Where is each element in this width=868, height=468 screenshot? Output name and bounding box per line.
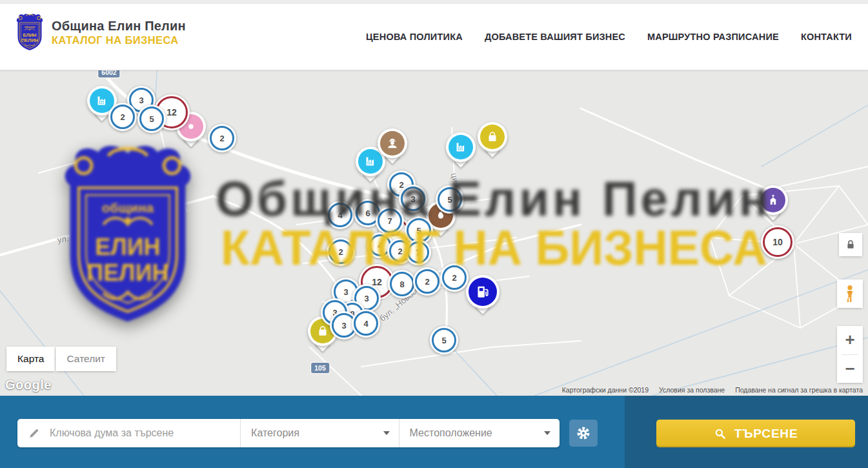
map-cluster[interactable]: 2 [440, 263, 469, 292]
brand-subtitle: КАТАЛОГ НА БИЗНЕСА [52, 34, 186, 46]
nav-item-pricing[interactable]: ЦЕНОВА ПОЛИТИКА [366, 32, 463, 42]
map-cluster[interactable]: 3 [399, 185, 427, 213]
main-nav: ЦЕНОВА ПОЛИТИКА ДОБАВЕТЕ ВАШИЯТ БИЗНЕС М… [366, 4, 852, 70]
map-type-satellite-button[interactable]: Сателит [56, 347, 116, 371]
street-view-pegman[interactable] [837, 280, 863, 308]
search-button[interactable]: ТЪРСЕНЕ [656, 420, 855, 447]
zoom-in-button[interactable]: + [837, 326, 863, 354]
brand[interactable]: Община Елин Пелин КАТАЛОГ НА БИЗНЕСА [14, 13, 186, 52]
gear-icon [576, 425, 591, 441]
zoom-control: + − [837, 326, 863, 383]
map-canvas[interactable]: ул. Преславбул. „Новоселции"6002105 3212… [0, 70, 868, 396]
search-bar: Категория Местоположение ТЪРСЕНЕ [0, 396, 868, 468]
lock-control[interactable] [839, 233, 862, 256]
map-cluster[interactable]: 4 [352, 309, 380, 338]
search-icon [714, 427, 727, 440]
search-fields: Категория Местоположение [17, 419, 560, 447]
map-cluster[interactable]: 2 [208, 124, 236, 152]
terms-link[interactable]: Условия за ползване [659, 386, 725, 394]
app: Община Елин Пелин КАТАЛОГ НА БИЗНЕСА ЦЕН… [0, 0, 868, 468]
search-button-label: ТЪРСЕНЕ [734, 427, 798, 441]
map-clusters-layer: 321252235461375422712822338334510 [0, 70, 868, 396]
attribution-copyright: Картографски данни ©2019 [562, 386, 649, 394]
lock-icon [844, 238, 857, 251]
map-cluster[interactable]: 5 [436, 185, 464, 214]
advanced-settings-button[interactable] [569, 420, 598, 447]
map-cluster[interactable]: 10 [761, 225, 794, 259]
location-select[interactable]: Местоположение [399, 419, 560, 447]
map-cluster[interactable]: 2 [108, 103, 137, 131]
map-cluster[interactable]: 4 [326, 201, 354, 229]
municipality-logo-icon [14, 13, 45, 52]
map-cluster[interactable]: 2 [413, 267, 441, 296]
zoom-out-button[interactable]: − [837, 354, 863, 383]
map-type-control: Карта Сателит [6, 347, 116, 371]
chevron-down-icon [383, 431, 390, 435]
keyword-input[interactable] [48, 427, 240, 440]
header: Община Елин Пелин КАТАЛОГ НА БИЗНЕСА ЦЕН… [0, 4, 868, 70]
brand-title: Община Елин Пелин [52, 19, 186, 34]
map-cluster[interactable]: 7 [376, 207, 404, 235]
google-logo[interactable]: Google [5, 378, 52, 392]
map-type-map-button[interactable]: Карта [6, 347, 55, 371]
nav-item-contacts[interactable]: КОНТАКТИ [801, 32, 852, 42]
map-cluster[interactable]: 5 [137, 105, 166, 133]
category-select[interactable]: Категория [240, 419, 399, 447]
location-select-value: Местоположение [410, 427, 492, 439]
pegman-icon [842, 283, 858, 304]
category-select-value: Категория [251, 427, 299, 439]
map-cluster[interactable]: 7 [405, 239, 431, 265]
chevron-down-icon [544, 431, 550, 435]
report-error-link[interactable]: Подаване на сигнал за грешка в картата [735, 386, 863, 394]
map-cluster[interactable]: 5 [430, 326, 458, 354]
map-cluster[interactable]: 8 [388, 270, 416, 298]
nav-item-route-schedule[interactable]: МАРШРУТНО РАЗПИСАНИЕ [647, 32, 779, 42]
nav-item-add-business[interactable]: ДОБАВЕТЕ ВАШИЯТ БИЗНЕС [485, 32, 625, 42]
keyword-section [17, 419, 240, 447]
map-attribution: Картографски данни ©2019 Условия за полз… [562, 386, 863, 394]
pencil-icon [28, 427, 41, 440]
map-cluster[interactable]: 2 [327, 238, 355, 266]
